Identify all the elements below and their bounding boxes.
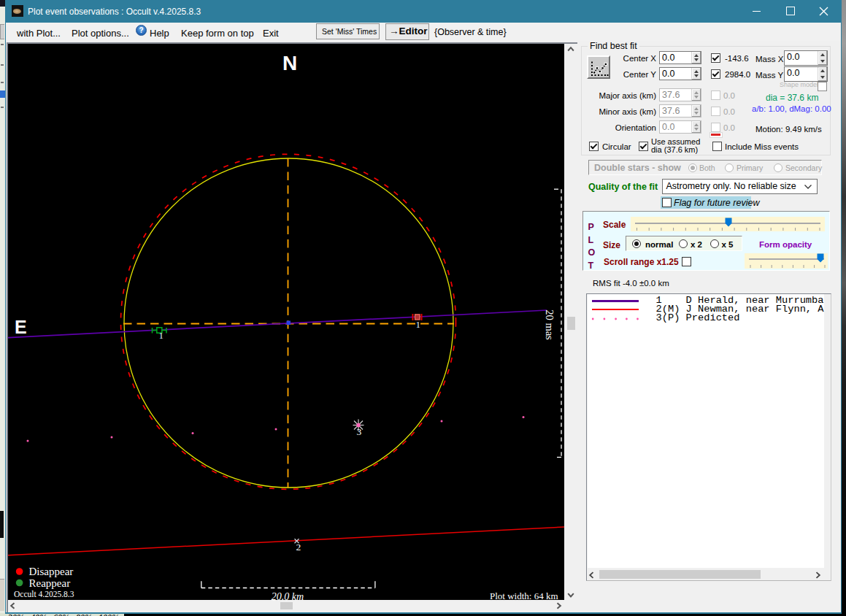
svg-text:Occult 4.2025.8.3: Occult 4.2025.8.3 xyxy=(14,590,74,598)
svg-text:Plot width: 64 km: Plot width: 64 km xyxy=(490,590,558,601)
svg-text:E: E xyxy=(15,317,27,337)
svg-text:N: N xyxy=(282,52,297,74)
svg-text:1: 1 xyxy=(416,319,421,330)
svg-text:2: 2 xyxy=(296,542,301,553)
svg-text:1: 1 xyxy=(159,330,164,341)
svg-text:20.0 km: 20.0 km xyxy=(272,591,304,601)
svg-text:Disappear: Disappear xyxy=(29,566,74,577)
svg-text:3: 3 xyxy=(357,426,362,437)
svg-text:20 mas: 20 mas xyxy=(544,309,555,340)
svg-text:Reappear: Reappear xyxy=(29,577,71,589)
